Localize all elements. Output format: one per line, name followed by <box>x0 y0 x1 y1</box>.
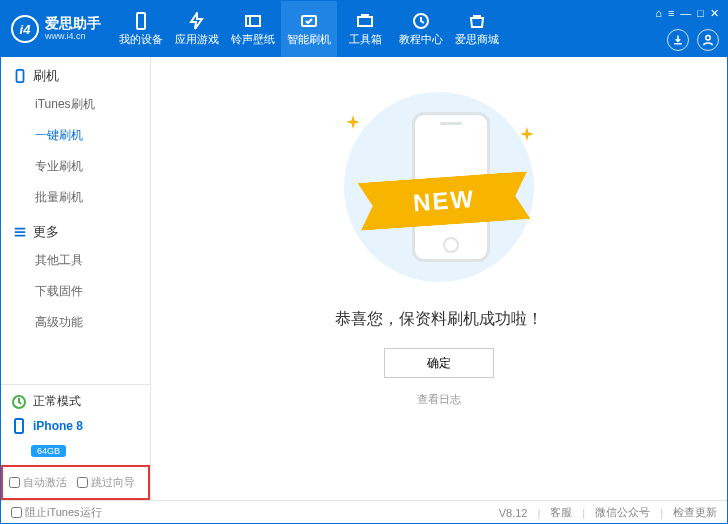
sidebar-section-flash: 刷机 <box>1 57 150 89</box>
footer-link-wechat[interactable]: 微信公众号 <box>595 505 650 520</box>
svg-rect-7 <box>15 419 23 433</box>
tab-1[interactable]: 应用游戏 <box>169 1 225 57</box>
success-illustration: NEW <box>324 87 554 287</box>
maximize-icon[interactable]: □ <box>697 7 704 20</box>
svg-rect-0 <box>137 13 145 29</box>
device-storage-badge: 64GB <box>31 445 66 457</box>
sidebar-item-more-2[interactable]: 高级功能 <box>1 307 150 338</box>
confirm-button[interactable]: 确定 <box>384 348 494 378</box>
brand-name: 爱思助手 <box>45 16 101 31</box>
tab-3[interactable]: 智能刷机 <box>281 1 337 57</box>
sidebar-item-flash-0[interactable]: iTunes刷机 <box>1 89 150 120</box>
minimize-icon[interactable]: — <box>680 7 691 20</box>
sidebar-item-flash-2[interactable]: 专业刷机 <box>1 151 150 182</box>
device-mode[interactable]: 正常模式 <box>11 393 140 410</box>
sidebar-item-flash-1[interactable]: 一键刷机 <box>1 120 150 151</box>
tab-4[interactable]: 工具箱 <box>337 1 393 57</box>
brand-logo: i4 爱思助手 www.i4.cn <box>11 15 101 43</box>
user-button[interactable] <box>697 29 719 51</box>
sidebar-item-more-0[interactable]: 其他工具 <box>1 245 150 276</box>
flash-options-row: 自动激活 跳过向导 <box>1 465 150 500</box>
brand-sub: www.i4.cn <box>45 32 101 42</box>
footer-link-update[interactable]: 检查更新 <box>673 505 717 520</box>
sidebar-more-title: 更多 <box>33 223 59 241</box>
block-itunes-checkbox[interactable]: 阻止iTunes运行 <box>11 505 102 520</box>
device-name: iPhone 8 <box>33 419 83 433</box>
svg-rect-5 <box>17 70 24 82</box>
sidebar-item-flash-3[interactable]: 批量刷机 <box>1 182 150 213</box>
tab-6[interactable]: 爱思商城 <box>449 1 505 57</box>
sidebar-section-more: 更多 <box>1 213 150 245</box>
sidebar-item-more-1[interactable]: 下载固件 <box>1 276 150 307</box>
cart-icon[interactable]: ⌂ <box>655 7 662 20</box>
close-icon[interactable]: ✕ <box>710 7 719 20</box>
device-info[interactable]: iPhone 8 <box>11 418 140 434</box>
svg-rect-2 <box>358 17 372 26</box>
success-message: 恭喜您，保资料刷机成功啦！ <box>335 309 543 330</box>
auto-activate-checkbox[interactable]: 自动激活 <box>9 475 67 490</box>
brand-logo-icon: i4 <box>11 15 39 43</box>
view-log-link[interactable]: 查看日志 <box>417 392 461 407</box>
tab-2[interactable]: 铃声壁纸 <box>225 1 281 57</box>
tab-5[interactable]: 教程中心 <box>393 1 449 57</box>
footer-link-support[interactable]: 客服 <box>550 505 572 520</box>
menu-icon[interactable]: ≡ <box>668 7 674 20</box>
skip-guide-checkbox[interactable]: 跳过向导 <box>77 475 135 490</box>
svg-point-4 <box>706 36 711 41</box>
sidebar-flash-title: 刷机 <box>33 67 59 85</box>
device-mode-label: 正常模式 <box>33 393 81 410</box>
tab-0[interactable]: 我的设备 <box>113 1 169 57</box>
download-button[interactable] <box>667 29 689 51</box>
version-label: V8.12 <box>499 507 528 519</box>
